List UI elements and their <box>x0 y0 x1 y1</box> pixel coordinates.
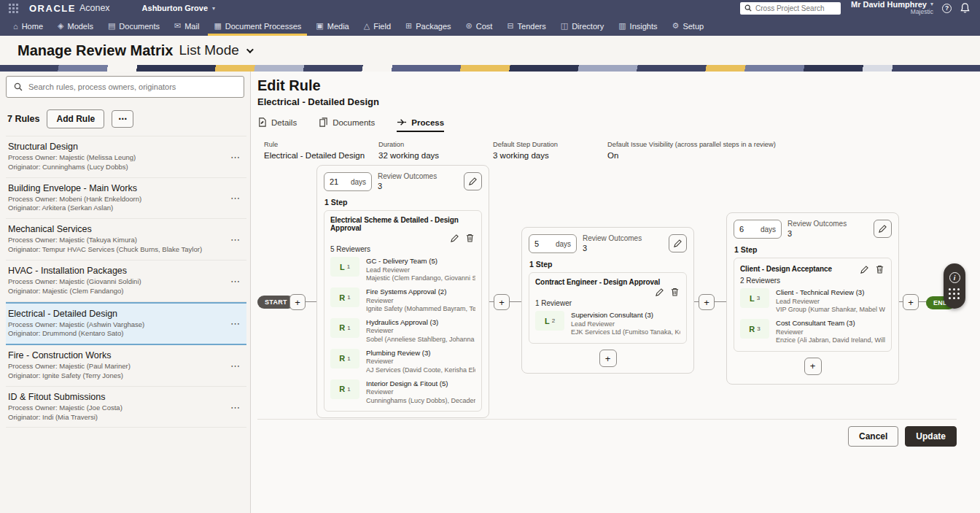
step-title: Electrical Scheme & Detailed - Design Ap… <box>330 216 475 232</box>
rule-item-mechanical-services[interactable]: Mechanical Services Process Owner: Majes… <box>6 219 246 261</box>
info-icon[interactable]: i <box>949 272 960 283</box>
nav-item-field[interactable]: △Field <box>357 16 398 36</box>
group3-edit-button[interactable] <box>874 220 892 238</box>
group3-days-input-box[interactable]: days <box>734 220 782 239</box>
notifications-button[interactable] <box>960 3 970 13</box>
add-review-group-button-2[interactable]: + <box>494 294 510 310</box>
group1-days-input[interactable] <box>330 177 346 186</box>
floating-helper-widget[interactable]: i <box>944 263 965 309</box>
more-icon[interactable]: ⋯ <box>230 360 241 371</box>
group2-days-input[interactable] <box>534 239 551 248</box>
nav-item-documents[interactable]: ▤Documents <box>101 16 167 36</box>
reviewer-row: R1 Hydraulics Approval (3)ReviewerSobel … <box>330 318 475 344</box>
rule-item-electrical-detailed-design-selected[interactable]: Electrical - Detailed Design Process Own… <box>6 302 246 346</box>
page-title: Manage Review Matrix <box>18 42 173 59</box>
nav-item-setup[interactable]: ⚙Setup <box>665 16 712 36</box>
nav-item-models[interactable]: ◈Models <box>50 16 101 36</box>
add-review-group-button-1[interactable]: + <box>289 294 306 310</box>
mail-icon: ✉ <box>174 21 181 31</box>
nav-item-cost[interactable]: ⊛Cost <box>459 16 500 36</box>
tab-details[interactable]: Details <box>257 117 297 132</box>
nav-item-insights[interactable]: ▥Insights <box>611 16 664 36</box>
rules-more-button[interactable]: ⋯ <box>112 110 133 128</box>
group3-steps-label: 1 Step <box>734 245 892 254</box>
edit-rule-panel: Edit Rule Electrical - Detailed Design D… <box>251 72 980 513</box>
bell-icon <box>960 3 970 13</box>
aconex-brand: Aconex <box>79 3 110 13</box>
add-rule-button[interactable]: Add Rule <box>47 109 104 128</box>
more-icon[interactable]: ⋯ <box>230 193 241 204</box>
view-mode-selector[interactable]: List Mode <box>179 42 238 58</box>
more-icon[interactable]: ⋯ <box>230 151 241 162</box>
group2-add-step-button[interactable]: + <box>599 350 617 367</box>
add-review-group-button-3[interactable]: + <box>699 294 715 310</box>
more-icon[interactable]: ⋯ <box>230 275 241 286</box>
rule-item-structural-design[interactable]: Structural Design Process Owner: Majesti… <box>6 136 246 178</box>
lead-reviewer-badge: L2 <box>535 311 564 331</box>
nav-item-home[interactable]: ⌂Home <box>6 16 50 36</box>
rules-search[interactable] <box>6 76 244 98</box>
rule-item-id-fitout[interactable]: ID & Fitout Submissions Process Owner: M… <box>6 387 246 428</box>
delete-step-button[interactable] <box>671 288 679 296</box>
group3-days-input[interactable] <box>739 225 755 234</box>
directory-icon: ◫ <box>561 21 568 31</box>
delete-step-button[interactable] <box>876 265 884 274</box>
search-icon <box>14 82 23 91</box>
grid-dots-icon[interactable] <box>949 288 960 300</box>
group2-review-outcomes: Review Outcomes 3 <box>583 234 642 253</box>
rule-list: Structural Design Process Owner: Majesti… <box>6 136 246 428</box>
step-card-client-design-acceptance[interactable]: Client - Design Acceptance 2 Reviewers L… <box>734 258 892 352</box>
group1-days-input-box[interactable]: days <box>324 172 372 191</box>
update-button[interactable]: Update <box>905 426 957 447</box>
cross-project-search[interactable] <box>740 2 841 15</box>
help-button[interactable]: ? <box>942 4 952 13</box>
rule-item-hvac-installation[interactable]: HVAC - Installation Packages Process Own… <box>6 261 246 302</box>
nav-item-mail[interactable]: ✉Mail <box>167 16 206 36</box>
add-review-group-button-4[interactable]: + <box>903 294 919 310</box>
group2-edit-button[interactable] <box>669 234 687 252</box>
group1-edit-button[interactable] <box>464 172 482 190</box>
group2-days-input-box[interactable]: days <box>529 234 577 253</box>
reviewers-count-label: 5 Reviewers <box>330 245 475 253</box>
nav-item-directory[interactable]: ◫Directory <box>553 16 611 36</box>
project-name: Ashburton Grove <box>142 4 208 12</box>
process-diagram: START END + + + + days Review Outcomes 3 <box>257 161 957 419</box>
nav-item-packages[interactable]: ⊞Packages <box>398 16 459 36</box>
rule-item-fire-construction[interactable]: Fire - Construction Works Process Owner:… <box>6 345 246 387</box>
tab-documents[interactable]: Documents <box>319 117 375 132</box>
more-icon[interactable]: ⋯ <box>230 318 241 329</box>
lead-reviewer-badge: L1 <box>330 257 359 277</box>
chevron-down-icon[interactable] <box>246 46 254 53</box>
more-icon[interactable]: ⋯ <box>230 234 241 245</box>
cancel-button[interactable]: Cancel <box>848 426 898 447</box>
edit-step-button[interactable] <box>656 288 664 296</box>
nav-item-document-processes[interactable]: ▦Document Processes <box>206 16 308 36</box>
summary-default-step-duration: Default Step Duration 3 working days <box>486 141 601 160</box>
rule-item-building-envelope[interactable]: Building Envelope - Main Works Process O… <box>6 178 246 220</box>
page-title-bar: Manage Review Matrix List Mode <box>0 36 980 65</box>
app-launcher-icon[interactable] <box>9 3 19 13</box>
trash-icon <box>671 288 679 296</box>
reviewer-row: R1 Interior Design & Fitout (5)ReviewerC… <box>330 379 475 406</box>
nav-item-tenders[interactable]: ⊟Tenders <box>499 16 553 36</box>
cross-project-search-input[interactable] <box>755 4 836 12</box>
group1-steps-label: 1 Step <box>324 198 482 207</box>
step-card-electrical-scheme[interactable]: Electrical Scheme & Detailed - Design Ap… <box>324 210 482 412</box>
edit-step-button[interactable] <box>860 265 868 274</box>
rules-search-input[interactable] <box>28 82 236 91</box>
nav-item-media[interactable]: ▣Media <box>308 16 356 36</box>
edit-step-button[interactable] <box>451 234 459 242</box>
user-menu[interactable]: Mr David Humphrey ▾ Majestic <box>851 0 933 15</box>
reviewer-row: L1 GC - Delivery Team (5)Lead ReviewerMa… <box>330 257 475 283</box>
project-selector[interactable]: Ashburton Grove ▾ <box>142 4 215 12</box>
process-icon <box>397 117 407 127</box>
group3-add-step-button[interactable]: + <box>804 358 822 375</box>
document-processes-icon: ▦ <box>214 21 221 31</box>
app-header: ORACLE Aconex Ashburton Grove ▾ Mr David… <box>0 0 980 36</box>
tab-process[interactable]: Process <box>397 117 444 132</box>
step-card-contract-engineer[interactable]: Contract Engineer - Design Approval 1 Re… <box>529 272 687 344</box>
more-icon[interactable]: ⋯ <box>230 401 241 412</box>
home-icon: ⌂ <box>13 22 18 31</box>
models-icon: ◈ <box>58 21 63 31</box>
delete-step-button[interactable] <box>466 234 474 242</box>
